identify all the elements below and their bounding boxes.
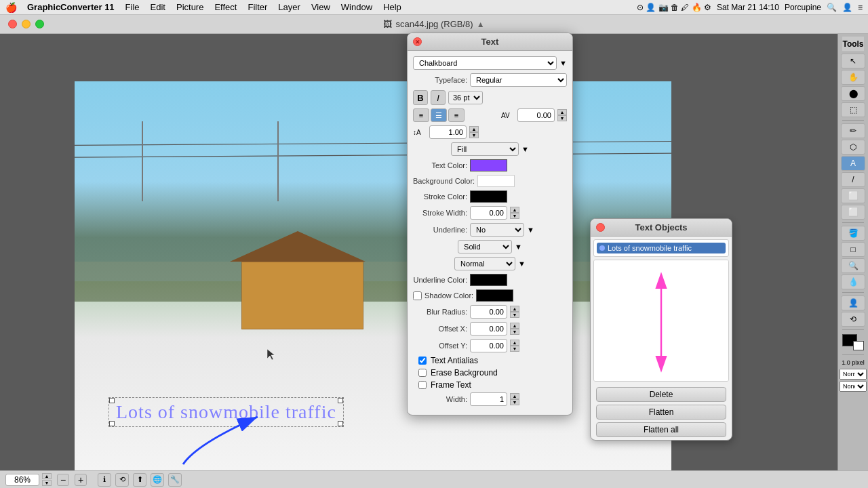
av-stepper-down[interactable]: ▼ — [557, 115, 567, 121]
text-object-item-0[interactable]: Lots of snowmobile traffic — [597, 243, 726, 253]
rotate-icon[interactable]: ⟲ — [115, 473, 129, 487]
solid-select[interactable]: Solid Dashed — [458, 240, 512, 253]
blend-extra-select[interactable]: None — [840, 381, 867, 392]
tool-marquee[interactable]: ⬚ — [841, 102, 865, 117]
tool-eyedropper[interactable]: 💧 — [841, 274, 865, 289]
blur-radius-input[interactable] — [470, 305, 507, 319]
tool-polygon[interactable]: ⬡ — [841, 140, 865, 155]
menu-filter[interactable]: Filter — [243, 0, 272, 15]
tool-arrow[interactable]: ↖ — [841, 54, 865, 68]
flatten-all-button[interactable]: Flatten all — [596, 422, 726, 437]
shadow-color-swatch[interactable] — [476, 289, 513, 302]
flatten-button[interactable]: Flatten — [596, 405, 726, 420]
stroke-width-down[interactable]: ▼ — [510, 213, 519, 219]
handle-br[interactable] — [338, 421, 343, 426]
menu-effect[interactable]: Effect — [210, 0, 241, 15]
align-center-button[interactable]: ☰ — [431, 108, 447, 122]
stroke-color-swatch[interactable] — [470, 190, 507, 203]
typeface-select[interactable]: Regular Bold Italic — [470, 73, 567, 87]
offset-x-up[interactable]: ▲ — [510, 323, 519, 329]
underline-color-swatch[interactable] — [470, 274, 507, 286]
line-spacing-icon: ↕A — [413, 129, 427, 136]
zoom-stepper-down[interactable]: ▼ — [42, 480, 52, 486]
stroke-width-input[interactable] — [470, 206, 507, 220]
panel-close-button[interactable] — [596, 223, 605, 232]
tool-pencil[interactable]: ✏ — [841, 123, 865, 138]
av-input[interactable] — [517, 108, 555, 122]
menu-picture[interactable]: Picture — [172, 0, 208, 15]
menubar-account[interactable]: 👤 — [842, 3, 852, 12]
minimize-button[interactable] — [22, 20, 31, 28]
close-button[interactable] — [8, 20, 17, 28]
tool-transform[interactable]: ⟲ — [841, 312, 865, 327]
menu-layer[interactable]: Layer — [273, 0, 305, 15]
info-icon[interactable]: ℹ — [98, 473, 111, 487]
menu-file[interactable]: File — [121, 0, 144, 15]
font-family-select[interactable]: Chalkboard — [413, 56, 557, 70]
maximize-button[interactable] — [35, 20, 44, 28]
text-color-swatch[interactable] — [470, 159, 507, 171]
tool-icon[interactable]: 🔧 — [168, 473, 182, 487]
tool-hand[interactable]: ✋ — [841, 70, 865, 85]
blend-mode-select[interactable]: Normal — [840, 369, 867, 380]
offset-y-input[interactable] — [470, 339, 507, 352]
tool-lasso[interactable]: ⬤ — [841, 86, 865, 101]
menubar-search[interactable]: 🔍 — [827, 3, 837, 12]
handle-tr[interactable] — [338, 398, 343, 403]
offset-y-down[interactable]: ▼ — [510, 346, 519, 352]
menu-help[interactable]: Help — [378, 0, 406, 15]
erase-background-checkbox[interactable] — [418, 369, 427, 377]
normal-select[interactable]: Normal Superscript Subscript — [454, 257, 515, 270]
bg-color-swatch[interactable] — [477, 175, 515, 187]
handle-bl[interactable] — [109, 421, 115, 426]
tool-rect[interactable]: ⬜ — [841, 188, 865, 203]
menu-window[interactable]: Window — [336, 0, 377, 15]
bold-button[interactable]: B — [413, 90, 428, 105]
width-up[interactable]: ▲ — [510, 393, 519, 399]
menubar-more[interactable]: ≡ — [858, 3, 863, 12]
width-input[interactable] — [470, 392, 507, 406]
offset-y-up[interactable]: ▲ — [510, 340, 519, 346]
tool-line[interactable]: / — [841, 172, 865, 187]
av-stepper-up[interactable]: ▲ — [557, 109, 567, 115]
menu-view[interactable]: View — [307, 0, 335, 15]
background-color[interactable] — [853, 341, 864, 350]
delete-button[interactable]: Delete — [596, 387, 726, 402]
handle-tl[interactable] — [109, 398, 115, 403]
line-spacing-down[interactable]: ▼ — [469, 132, 479, 138]
zoom-input[interactable] — [5, 474, 39, 486]
color-swatches[interactable] — [841, 334, 865, 350]
align-right-button[interactable]: ≡ — [448, 108, 465, 122]
line-spacing-input[interactable] — [429, 125, 467, 139]
offset-x-input[interactable] — [470, 322, 507, 336]
frame-text-checkbox[interactable] — [418, 381, 427, 389]
tool-eraser[interactable]: □ — [841, 242, 865, 257]
blur-up[interactable]: ▲ — [510, 306, 519, 312]
offset-x-down[interactable]: ▼ — [510, 329, 519, 335]
menu-edit[interactable]: Edit — [146, 0, 170, 15]
align-left-button[interactable]: ≡ — [413, 108, 429, 122]
underline-select[interactable]: No Single Double — [470, 223, 524, 237]
zoom-out-button[interactable]: − — [57, 474, 69, 486]
title-arrow[interactable]: ▲ — [477, 20, 485, 29]
zoom-stepper-up[interactable]: ▲ — [42, 473, 52, 479]
line-spacing-up[interactable]: ▲ — [469, 126, 479, 132]
dialog-close-button[interactable]: ✕ — [413, 37, 422, 46]
text-antialias-checkbox[interactable] — [418, 357, 427, 365]
tool-zoom[interactable]: 🔍 — [841, 258, 865, 273]
stroke-width-up[interactable]: ▲ — [510, 207, 519, 213]
italic-button[interactable]: I — [431, 90, 446, 105]
blur-down[interactable]: ▼ — [510, 312, 519, 318]
shadow-checkbox[interactable] — [413, 291, 422, 300]
zoom-in-button[interactable]: + — [75, 474, 87, 486]
tool-rect2[interactable]: ⬜ — [841, 205, 865, 220]
tool-person[interactable]: 👤 — [841, 296, 865, 310]
fill-select[interactable]: Fill Stroke — [451, 142, 519, 156]
globe-icon[interactable]: 🌐 — [151, 473, 164, 487]
tool-bucket[interactable]: 🪣 — [841, 226, 865, 241]
share-icon[interactable]: ⬆ — [133, 473, 146, 487]
font-size-select[interactable]: 36 pt 12 pt 18 pt 24 pt 48 pt — [448, 91, 483, 104]
tool-text[interactable]: A — [841, 156, 865, 171]
apple-menu[interactable]: 🍎 — [5, 2, 17, 13]
width-down[interactable]: ▼ — [510, 399, 519, 405]
